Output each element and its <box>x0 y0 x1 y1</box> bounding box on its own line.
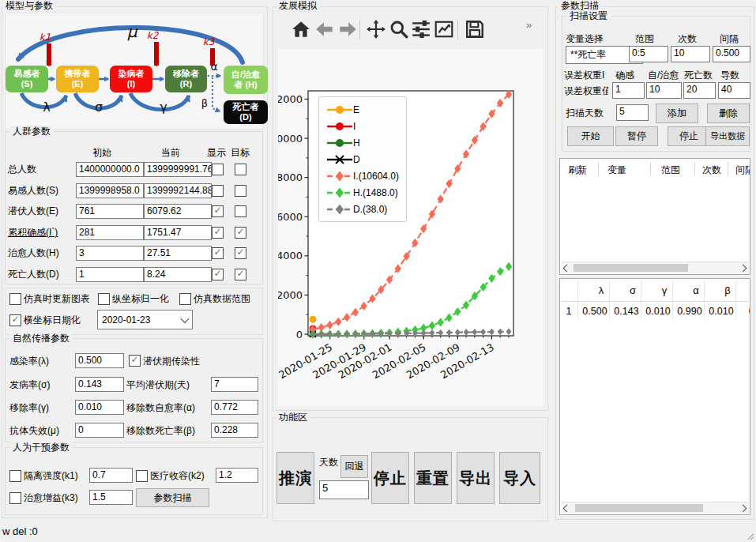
population-initial-input[interactable]: 3 <box>76 246 144 261</box>
population-target-checkbox[interactable] <box>235 227 246 239</box>
k1-checkbox[interactable] <box>9 470 21 482</box>
legend-item: H.(1488.0) <box>326 184 399 201</box>
antibody-input[interactable]: 0 <box>75 423 124 438</box>
legend-marker <box>326 170 353 183</box>
param-scan-button[interactable]: 参数扫描 <box>136 488 209 507</box>
scroll-right-icon[interactable] <box>739 265 747 273</box>
population-current-input[interactable]: 1751.47 <box>144 225 212 240</box>
start-date-select[interactable]: 2020-01-23 <box>97 310 193 329</box>
legend-marker <box>326 104 353 116</box>
zoom-icon[interactable] <box>389 19 409 40</box>
normalize-y-label: 纵坐标归一化 <box>112 293 169 305</box>
population-initial-input[interactable]: 761 <box>76 204 144 219</box>
home-icon[interactable] <box>291 19 311 40</box>
chart-canvas[interactable]: 0200040006000800010000120002020-01-25202… <box>278 49 543 406</box>
add-button[interactable]: 添加 <box>656 104 698 123</box>
k3-checkbox[interactable] <box>9 492 21 504</box>
population-initial-input[interactable]: 1400000000.0 <box>76 162 144 177</box>
removal-rate-input[interactable]: 0.010 <box>75 400 124 415</box>
selfheal-rate-label: 移除数自愈率(α) <box>126 402 195 414</box>
normalize-y-checkbox[interactable] <box>98 293 110 305</box>
result-table[interactable]: λσγαβ10.5000.1430.0100.9900.0100. <box>559 278 750 515</box>
population-target-checkbox[interactable] <box>235 269 246 280</box>
scan-table-hscrollbar[interactable] <box>561 262 749 273</box>
scan-days-input[interactable]: 5 <box>616 104 649 121</box>
undo-button[interactable]: 回退 <box>340 455 368 478</box>
incubation-input[interactable]: 7 <box>211 377 258 392</box>
days-input[interactable]: 5 <box>319 480 369 499</box>
sim-range-checkbox[interactable] <box>179 293 191 305</box>
save-icon[interactable] <box>465 19 485 40</box>
axes-config-icon[interactable] <box>434 19 454 40</box>
weight1-input[interactable]: 1 <box>612 82 645 99</box>
population-show-checkbox[interactable] <box>212 227 224 239</box>
start-button[interactable]: 开始 <box>567 126 614 146</box>
k1-input[interactable]: 0.7 <box>89 468 133 483</box>
population-current-input[interactable]: 6079.62 <box>144 204 212 219</box>
population-show-checkbox[interactable] <box>212 205 224 217</box>
weight3-input[interactable]: 20 <box>683 82 716 99</box>
date-axis-checkbox[interactable] <box>9 314 21 326</box>
reset-button[interactable]: 重置 <box>414 452 452 504</box>
scroll-thumb[interactable] <box>575 504 703 512</box>
population-initial-input[interactable]: 1399998958.0 <box>76 183 144 198</box>
subplots-icon[interactable] <box>411 19 431 40</box>
population-row-label: 总人数 <box>8 164 36 175</box>
update-chart-checkbox[interactable] <box>9 293 21 305</box>
run-button[interactable]: 推演 <box>276 452 314 504</box>
population-target-checkbox[interactable] <box>235 164 246 175</box>
weight4-input[interactable]: 40 <box>718 82 750 99</box>
population-target-checkbox[interactable] <box>235 205 246 217</box>
population-show-checkbox[interactable] <box>212 269 224 280</box>
onset-rate-input[interactable]: 0.143 <box>75 377 124 392</box>
k2-checkbox[interactable] <box>136 470 148 482</box>
pan-icon[interactable] <box>366 19 386 40</box>
interval-input[interactable]: 0.500 <box>713 46 750 62</box>
removal-death-input[interactable]: 0.228 <box>211 423 258 438</box>
toolbar-overflow-icon[interactable]: » <box>526 19 532 31</box>
population-current-input[interactable]: 8.24 <box>144 267 212 282</box>
toolbar-separator <box>359 20 360 40</box>
result-cell: 0.990 <box>675 306 704 317</box>
delete-button[interactable]: 删除 <box>707 104 750 123</box>
zoom-icon <box>389 19 409 40</box>
export-data-button[interactable]: 导出数据 <box>705 126 750 146</box>
population-target-checkbox[interactable] <box>235 185 246 197</box>
population-current-input[interactable]: 27.51 <box>144 246 212 261</box>
stop-button[interactable]: 停止 <box>371 452 409 504</box>
import-button[interactable]: 导入 <box>499 452 540 504</box>
scroll-right-icon[interactable] <box>739 505 747 513</box>
population-current-input[interactable]: 1399999991.76 <box>144 162 212 177</box>
scroll-left-icon[interactable] <box>563 265 571 273</box>
k2-input[interactable]: 1.2 <box>216 468 258 483</box>
weight2-input[interactable]: 10 <box>646 82 682 99</box>
population-show-checkbox[interactable] <box>212 164 224 175</box>
infection-rate-input[interactable]: 0.500 <box>75 353 124 368</box>
result-table-hscrollbar[interactable] <box>561 502 749 514</box>
pause-button[interactable]: 暂停 <box>615 126 658 146</box>
status-text: w del :0 <box>2 525 38 537</box>
svg-text:8000: 8000 <box>278 171 303 183</box>
forward-icon[interactable] <box>337 19 358 40</box>
population-initial-input[interactable]: 1 <box>76 267 144 282</box>
scroll-thumb[interactable] <box>574 264 688 272</box>
svg-text:2000: 2000 <box>278 289 303 301</box>
resize-grip[interactable] <box>747 533 754 540</box>
refresh-header[interactable]: 刷新 <box>568 164 587 177</box>
population-current-input[interactable]: 1399992144.88 <box>144 183 212 198</box>
times-input[interactable]: 10 <box>671 46 710 62</box>
selfheal-rate-input[interactable]: 0.772 <box>211 400 258 415</box>
latent-infectious-checkbox[interactable] <box>129 355 141 367</box>
scan-table-header: 变量 <box>607 164 626 177</box>
k3-input[interactable]: 1.5 <box>89 490 133 505</box>
export-button[interactable]: 导出 <box>457 452 495 504</box>
scroll-left-icon[interactable] <box>563 505 571 513</box>
population-initial-input[interactable]: 281 <box>76 225 144 240</box>
population-show-checkbox[interactable] <box>212 247 224 259</box>
population-target-checkbox[interactable] <box>235 247 246 259</box>
range-input[interactable]: 0:5 <box>629 46 668 62</box>
population-show-checkbox[interactable] <box>212 185 224 197</box>
scan-stop-button[interactable]: 停止 <box>668 126 710 146</box>
back-icon[interactable] <box>314 19 335 40</box>
scan-table[interactable]: 刷新变量范围次数间隔 <box>559 158 750 275</box>
